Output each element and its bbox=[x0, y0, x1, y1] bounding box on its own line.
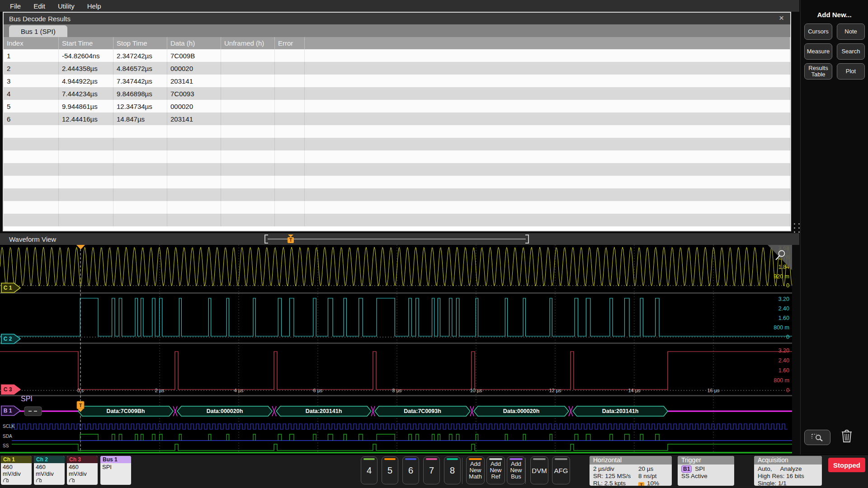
scrollbar-left-bracket[interactable] bbox=[264, 235, 268, 244]
panel-splitter-handle[interactable] bbox=[794, 223, 800, 233]
trigger-panel[interactable]: Trigger B1SPI SS Active bbox=[678, 456, 734, 486]
scrollbar-right-bracket[interactable] bbox=[525, 235, 529, 244]
table-cell: 9.944861µs bbox=[59, 100, 113, 113]
table-cell bbox=[221, 62, 275, 75]
results-tabstrip: Bus 1 (SPI) bbox=[4, 24, 790, 37]
channel-number: 8 bbox=[450, 465, 455, 476]
afg-button[interactable]: AFG bbox=[552, 456, 570, 484]
menu-utility[interactable]: Utility bbox=[52, 2, 81, 10]
table-cell bbox=[305, 125, 790, 138]
acquisition-mode: Auto, bbox=[758, 465, 772, 473]
divider bbox=[462, 458, 462, 484]
menu-bar: FileEditUtilityHelp bbox=[0, 0, 799, 12]
column-header: Index bbox=[4, 37, 59, 49]
horizontal-scale: 2 µs/div bbox=[593, 465, 638, 473]
table-cell bbox=[275, 176, 305, 188]
acquisition-panel[interactable]: Acquisition Auto, Analyze High Res: 16 b… bbox=[754, 456, 822, 486]
bandwidth-limit-icon: BW bbox=[89, 484, 96, 485]
column-header bbox=[305, 37, 790, 49]
channel-badge-ch1[interactable]: Ch 1 460 mV/div 50 MHz BW bbox=[1, 456, 32, 485]
channel-button-5[interactable]: 5 bbox=[382, 456, 398, 484]
add-new-math-button[interactable]: Add New Math bbox=[466, 456, 485, 484]
channel-badge-ch3[interactable]: Ch 3 460 mV/div 50 MHz BW bbox=[67, 456, 98, 485]
waveform-badge-b1[interactable]: B 1 bbox=[1, 405, 22, 418]
table-row[interactable] bbox=[4, 138, 790, 150]
table-row[interactable] bbox=[4, 163, 790, 176]
probe-icon bbox=[36, 478, 42, 483]
waveform-canvas[interactable]: 3.682.761.84920 m03.202.401.60800 m03.20… bbox=[0, 245, 792, 455]
table-cell bbox=[275, 113, 305, 125]
table-cell bbox=[4, 150, 59, 163]
right-sidebar: Add New... CursorsNoteMeasureSearchResul… bbox=[800, 0, 868, 455]
waveform-badge-c2[interactable]: C 2 bbox=[1, 333, 22, 346]
waveform-badge-c1[interactable]: C 1 bbox=[1, 282, 22, 295]
channel-button-6[interactable]: 6 bbox=[402, 456, 419, 484]
menu-help[interactable]: Help bbox=[81, 2, 108, 10]
table-row[interactable] bbox=[4, 125, 790, 138]
table-cell bbox=[275, 201, 305, 214]
table-row[interactable]: 1-54.82604ns2.347242µs7C009B bbox=[4, 49, 790, 62]
acquisition-analyze: Analyze bbox=[780, 465, 802, 473]
add-new-bus-button[interactable]: Add New Bus bbox=[507, 456, 525, 484]
trash-button[interactable] bbox=[840, 429, 853, 445]
svg-text:3.20: 3.20 bbox=[778, 347, 789, 354]
dvm-button[interactable]: DVM bbox=[530, 456, 548, 484]
channel-name: Ch 1 bbox=[1, 456, 32, 463]
zoom-mode-button[interactable] bbox=[804, 430, 830, 445]
table-row[interactable] bbox=[4, 188, 790, 201]
run-stop-status-button[interactable]: Stopped bbox=[828, 458, 865, 472]
channel-button-4[interactable]: 4 bbox=[361, 456, 377, 484]
table-cell: 203141 bbox=[167, 75, 221, 87]
trigger-detail: SS Active bbox=[681, 473, 731, 480]
channel-badge-ch2[interactable]: Ch 2 460 mV/div 50 MHz BW bbox=[34, 456, 65, 485]
tab-bus1-spi[interactable]: Bus 1 (SPI) bbox=[9, 25, 67, 37]
horizontal-pan-scrollbar[interactable]: T bbox=[264, 235, 529, 244]
table-cell bbox=[113, 176, 167, 188]
waveform-plot-area[interactable]: 3.682.761.84920 m03.202.401.60800 m03.20… bbox=[0, 245, 792, 455]
table-cell bbox=[167, 163, 221, 176]
table-row[interactable]: 34.944922µs7.347442µs203141 bbox=[4, 75, 790, 87]
table-cell bbox=[275, 125, 305, 138]
digital-signal-label: SDA bbox=[3, 434, 12, 439]
sidebar-button-plot[interactable]: Plot bbox=[837, 63, 865, 80]
svg-text:Data:7C0093h: Data:7C0093h bbox=[404, 408, 441, 414]
add-new-ref-button[interactable]: Add New Ref bbox=[486, 456, 505, 484]
sidebar-button-measure[interactable]: Measure bbox=[804, 43, 832, 60]
column-header: Data (h) bbox=[167, 37, 221, 49]
table-row[interactable]: 612.44416µs14.847µs203141 bbox=[4, 113, 790, 125]
horizontal-sample-rate: SR: 125 MS/s bbox=[593, 473, 638, 480]
scrollbar-track[interactable] bbox=[268, 239, 526, 239]
channel-number: 7 bbox=[429, 465, 434, 476]
table-row[interactable] bbox=[4, 176, 790, 188]
table-cell bbox=[4, 138, 59, 150]
channel-button-8[interactable]: 8 bbox=[444, 456, 461, 484]
table-row[interactable]: 59.944861µs12.34734µs000020 bbox=[4, 100, 790, 113]
table-cell bbox=[221, 201, 275, 214]
oscilloscope-app: FileEditUtilityHelp Bus Decode Results ×… bbox=[0, 0, 868, 488]
column-header: Unframed (h) bbox=[221, 37, 275, 49]
sidebar-button-cursors[interactable]: Cursors bbox=[804, 23, 832, 40]
channel-badge-bus1[interactable]: Bus 1 SPI bbox=[100, 456, 131, 485]
sidebar-button-search[interactable]: Search bbox=[837, 43, 865, 60]
menu-file[interactable]: File bbox=[4, 2, 27, 10]
table-row[interactable] bbox=[4, 214, 790, 226]
table-row[interactable] bbox=[4, 150, 790, 163]
table-row[interactable]: 22.444358µs4.846572µs000020 bbox=[4, 62, 790, 75]
sidebar-button-results-table[interactable]: Results Table bbox=[804, 63, 832, 80]
table-cell: 3 bbox=[4, 75, 59, 87]
acquisition-panel-title: Acquisition bbox=[754, 456, 822, 465]
table-row[interactable] bbox=[4, 201, 790, 214]
table-row[interactable]: 47.444234µs9.846898µs7C0093 bbox=[4, 87, 790, 100]
sidebar-button-note[interactable]: Note bbox=[837, 23, 865, 40]
close-icon[interactable]: × bbox=[779, 13, 784, 23]
trigger-position-marker[interactable]: T bbox=[287, 235, 294, 244]
channel-number: 5 bbox=[387, 465, 392, 476]
horizontal-panel-title: Horizontal bbox=[590, 456, 672, 465]
channel-button-7[interactable]: 7 bbox=[423, 456, 440, 484]
table-cell bbox=[4, 125, 59, 138]
horizontal-panel[interactable]: Horizontal 2 µs/div 20 µs SR: 125 MS/s 8… bbox=[590, 456, 672, 486]
table-cell bbox=[113, 188, 167, 201]
svg-text:12 µs: 12 µs bbox=[549, 388, 561, 393]
menu-edit[interactable]: Edit bbox=[27, 2, 52, 10]
waveform-badge-c3[interactable]: C 3 bbox=[1, 384, 22, 397]
